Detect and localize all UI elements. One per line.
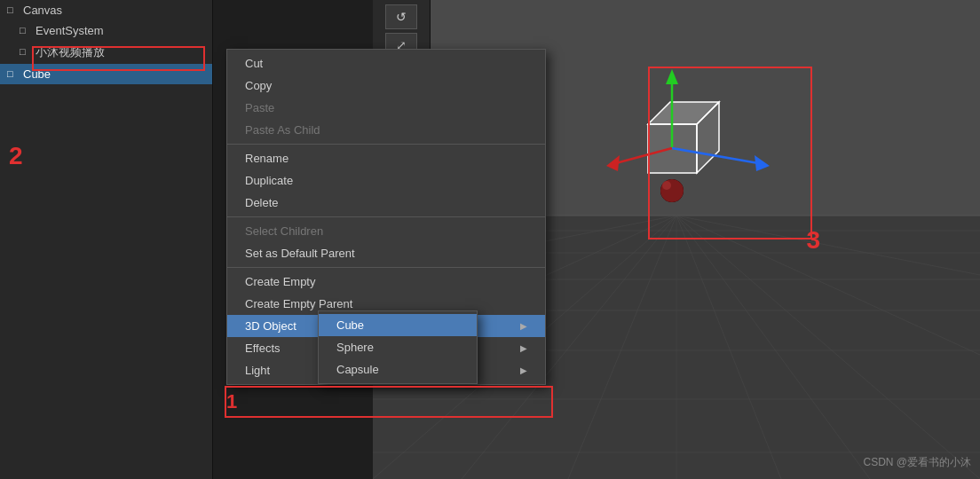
- toolbar-rotate-btn[interactable]: ↺: [385, 4, 417, 29]
- videoplayer-label: 小沐视频播放: [36, 44, 105, 60]
- menu-set-default-parent[interactable]: Set as Default Parent: [227, 242, 545, 264]
- menu-rename[interactable]: Rename: [227, 147, 545, 169]
- menu-3d-object-label: 3D Object: [245, 319, 296, 333]
- canvas-icon: □: [7, 4, 20, 17]
- separator-3: [227, 267, 545, 268]
- menu-create-empty[interactable]: Create Empty: [227, 271, 545, 293]
- menu-paste-as-child: Paste As Child: [227, 119, 545, 141]
- menu-delete[interactable]: Delete: [227, 192, 545, 214]
- cube-label: Cube: [23, 67, 51, 81]
- menu-light-label: Light: [245, 364, 270, 377]
- submenu-arrow-effects: ▶: [520, 343, 527, 353]
- menu-duplicate[interactable]: Duplicate: [227, 169, 545, 192]
- separator-2: [227, 216, 545, 217]
- hierarchy-item-cube[interactable]: □ Cube: [0, 64, 212, 84]
- label-1: 1: [226, 390, 237, 413]
- separator-1: [227, 144, 545, 145]
- submenu-cube[interactable]: Cube: [319, 314, 477, 336]
- eventsystem-icon: □: [20, 25, 32, 37]
- menu-cut[interactable]: Cut: [227, 52, 545, 75]
- menu-copy[interactable]: Copy: [227, 75, 545, 97]
- hierarchy-item-canvas[interactable]: □ Canvas: [0, 0, 212, 20]
- videoplayer-icon: □: [20, 46, 32, 59]
- label-3: 3: [806, 226, 820, 255]
- submenu-capsule[interactable]: Capsule: [319, 358, 477, 381]
- submenu-arrow-3d: ▶: [520, 321, 527, 331]
- canvas-label: Canvas: [23, 4, 62, 17]
- viewport-selection-box: [648, 67, 812, 240]
- eventsystem-label: EventSystem: [36, 24, 104, 37]
- submenu-sphere[interactable]: Sphere: [319, 336, 477, 358]
- menu-effects-label: Effects: [245, 342, 281, 355]
- cube-icon: □: [7, 68, 20, 81]
- menu-select-children: Select Children: [227, 220, 545, 242]
- hierarchy-item-videoplayer[interactable]: □ 小沐视频播放: [0, 41, 212, 64]
- submenu-3d-object: Cube Sphere Capsule: [318, 310, 478, 384]
- hierarchy-item-eventsystem[interactable]: □ EventSystem: [0, 20, 212, 41]
- hierarchy-panel: □ Canvas □ EventSystem □ 小沐视频播放 □ Cube 2: [0, 0, 213, 479]
- watermark: CSDN @爱看书的小沐: [863, 455, 971, 470]
- label-2: 2: [9, 142, 23, 170]
- submenu-arrow-light: ▶: [520, 365, 527, 375]
- menu-paste: Paste: [227, 97, 545, 119]
